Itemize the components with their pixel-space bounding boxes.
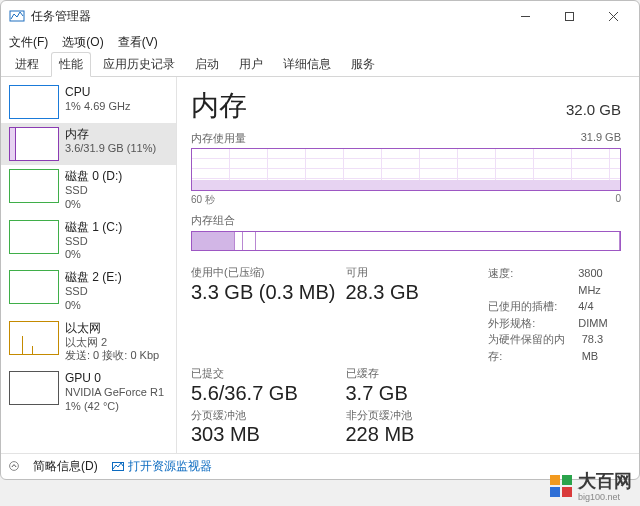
- tabbar: 进程 性能 应用历史记录 启动 用户 详细信息 服务: [1, 53, 639, 77]
- tab-performance[interactable]: 性能: [51, 52, 91, 77]
- sidebar-item-sub: 以太网 2: [65, 336, 168, 350]
- watermark-text: 大百网: [578, 471, 632, 491]
- disk-thumb-icon: [9, 270, 59, 304]
- maximize-button[interactable]: [547, 1, 591, 31]
- sidebar-item-sub: SSD: [65, 235, 168, 249]
- spec-val: 4/4: [578, 298, 593, 315]
- gpu-thumb-icon: [9, 371, 59, 405]
- stat-label: 非分页缓冲池: [346, 408, 479, 422]
- spec-key: 速度:: [488, 265, 572, 298]
- stat-value-in-use: 3.3 GB (0.3 MB): [191, 280, 336, 305]
- sidebar-item-disk0[interactable]: 磁盘 0 (D:) SSD 0%: [1, 165, 176, 216]
- stat-value-cached: 3.7 GB: [346, 381, 479, 406]
- stat-value-committed: 5.6/36.7 GB: [191, 381, 336, 406]
- watermark: 大百网 big100.net: [550, 469, 632, 502]
- sidebar-item-gpu0[interactable]: GPU 0 NVIDIA GeForce R1 1% (42 °C): [1, 367, 176, 418]
- spec-key: 已使用的插槽:: [488, 298, 572, 315]
- disk-thumb-icon: [9, 220, 59, 254]
- window-title: 任务管理器: [31, 8, 91, 25]
- sidebar-item-sub: 1% 4.69 GHz: [65, 100, 168, 114]
- stat-value-available: 28.3 GB: [346, 280, 479, 305]
- spec-val: 3800 MHz: [578, 265, 621, 298]
- close-button[interactable]: [591, 1, 635, 31]
- tab-app-history[interactable]: 应用历史记录: [95, 52, 183, 76]
- tab-processes[interactable]: 进程: [7, 52, 47, 76]
- composition-label: 内存组合: [191, 213, 621, 228]
- sidebar-item-ethernet[interactable]: 以太网 以太网 2 发送: 0 接收: 0 Kbp: [1, 317, 176, 368]
- page-title: 内存: [191, 87, 247, 125]
- tab-startup[interactable]: 启动: [187, 52, 227, 76]
- ethernet-thumb-icon: [9, 321, 59, 355]
- stat-label: 可用: [346, 265, 479, 279]
- memory-composition-chart[interactable]: [191, 231, 621, 251]
- stat-label: 分页缓冲池: [191, 408, 336, 422]
- sidebar-item-sub: SSD: [65, 285, 168, 299]
- sidebar-item-disk2[interactable]: 磁盘 2 (E:) SSD 0%: [1, 266, 176, 317]
- stat-value-paged: 303 MB: [191, 422, 336, 447]
- sidebar-item-memory[interactable]: 内存 3.6/31.9 GB (11%): [1, 123, 176, 165]
- disk-thumb-icon: [9, 169, 59, 203]
- sidebar-item-sub2: 0%: [65, 198, 168, 212]
- menu-view[interactable]: 查看(V): [118, 34, 158, 51]
- stat-value-nonpaged: 228 MB: [346, 422, 479, 447]
- chevron-up-icon[interactable]: [9, 460, 19, 474]
- sidebar-item-label: CPU: [65, 85, 168, 100]
- tab-details[interactable]: 详细信息: [275, 52, 339, 76]
- task-manager-window: 任务管理器 文件(F) 选项(O) 查看(V) 进程 性能 应用历史记录 启动 …: [0, 0, 640, 480]
- cpu-thumb-icon: [9, 85, 59, 119]
- stat-label: 已提交: [191, 366, 336, 380]
- sidebar-item-sub: SSD: [65, 184, 168, 198]
- usage-chart-label: 内存使用量: [191, 131, 246, 146]
- svg-rect-0: [10, 11, 24, 21]
- sidebar-item-label: 磁盘 0 (D:): [65, 169, 168, 184]
- svg-point-5: [10, 461, 19, 470]
- open-resmon-link[interactable]: 打开资源监视器: [112, 458, 212, 475]
- sidebar-item-label: 内存: [65, 127, 168, 142]
- menubar: 文件(F) 选项(O) 查看(V): [1, 31, 639, 53]
- sidebar-item-sub2: 1% (42 °C): [65, 400, 168, 414]
- sidebar: CPU 1% 4.69 GHz 内存 3.6/31.9 GB (11%) 磁盘 …: [1, 77, 177, 453]
- usage-chart-max: 31.9 GB: [581, 131, 621, 146]
- memory-usage-chart[interactable]: [191, 148, 621, 191]
- sidebar-item-sub2: 0%: [65, 299, 168, 313]
- footer: 简略信息(D) 打开资源监视器: [1, 453, 639, 479]
- spec-val: 78.3 MB: [582, 331, 621, 364]
- svg-rect-2: [565, 12, 573, 20]
- stat-label: 使用中(已压缩): [191, 265, 336, 279]
- watermark-sub: big100.net: [578, 493, 632, 502]
- sidebar-item-disk1[interactable]: 磁盘 1 (C:) SSD 0%: [1, 216, 176, 267]
- memory-specs: 速度:3800 MHz 已使用的插槽:4/4 外形规格:DIMM 为硬件保留的内…: [488, 265, 621, 364]
- tab-services[interactable]: 服务: [343, 52, 383, 76]
- sidebar-item-sub2: 0%: [65, 248, 168, 262]
- sidebar-item-label: 磁盘 1 (C:): [65, 220, 168, 235]
- spec-val: DIMM: [578, 315, 607, 332]
- spec-key: 为硬件保留的内存:: [488, 331, 575, 364]
- memory-stats: 使用中(已压缩) 3.3 GB (0.3 MB) 可用 28.3 GB 速度:3…: [191, 265, 621, 447]
- memory-total: 32.0 GB: [566, 101, 621, 118]
- menu-file[interactable]: 文件(F): [9, 34, 48, 51]
- xaxis-right: 0: [615, 193, 621, 207]
- spec-key: 外形规格:: [488, 315, 572, 332]
- app-icon: [9, 8, 25, 24]
- minimize-button[interactable]: [503, 1, 547, 31]
- tab-users[interactable]: 用户: [231, 52, 271, 76]
- xaxis-left: 60 秒: [191, 193, 215, 207]
- sidebar-item-label: 以太网: [65, 321, 168, 336]
- sidebar-item-label: 磁盘 2 (E:): [65, 270, 168, 285]
- main-panel: 内存 32.0 GB 内存使用量 31.9 GB 60 秒 0 内存组合: [177, 77, 639, 453]
- brief-info-button[interactable]: 简略信息(D): [33, 458, 98, 475]
- watermark-logo-icon: [550, 475, 572, 497]
- sidebar-item-sub2: 发送: 0 接收: 0 Kbp: [65, 349, 168, 363]
- menu-options[interactable]: 选项(O): [62, 34, 103, 51]
- resmon-icon: [112, 461, 124, 473]
- stat-label: 已缓存: [346, 366, 479, 380]
- sidebar-item-sub: NVIDIA GeForce R1: [65, 386, 168, 400]
- sidebar-item-label: GPU 0: [65, 371, 168, 386]
- memory-thumb-icon: [9, 127, 59, 161]
- titlebar: 任务管理器: [1, 1, 639, 31]
- open-resmon-label: 打开资源监视器: [128, 458, 212, 475]
- sidebar-item-cpu[interactable]: CPU 1% 4.69 GHz: [1, 81, 176, 123]
- sidebar-item-sub: 3.6/31.9 GB (11%): [65, 142, 168, 156]
